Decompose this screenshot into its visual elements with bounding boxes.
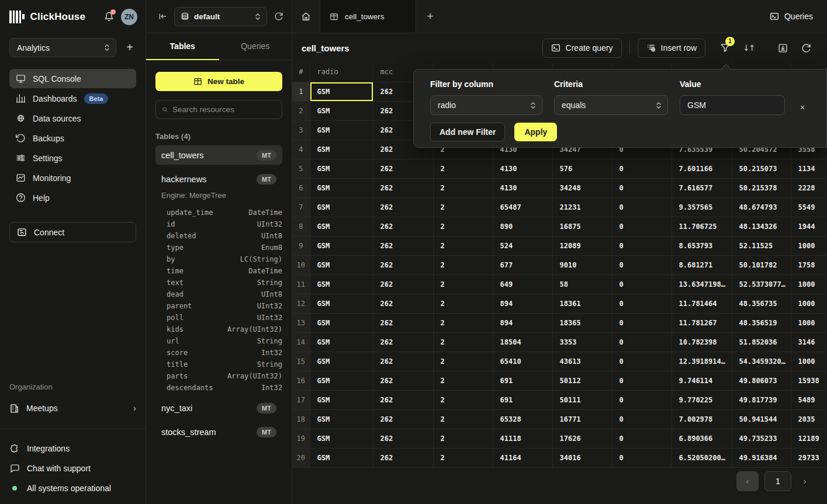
database-select[interactable]: default bbox=[174, 7, 267, 26]
grid-cell[interactable]: GSM bbox=[310, 352, 373, 371]
grid-cell[interactable]: 262 bbox=[373, 313, 433, 332]
grid-cell[interactable]: 0 bbox=[612, 448, 672, 467]
grid-cell[interactable]: 21231 bbox=[552, 197, 612, 217]
grid-cell[interactable]: GSM bbox=[310, 101, 373, 120]
grid-cell[interactable]: 7.616577 bbox=[672, 178, 732, 197]
grid-cell[interactable]: 2 bbox=[433, 274, 493, 294]
grid-cell[interactable]: 0 bbox=[612, 159, 672, 178]
grid-cell[interactable]: 262 bbox=[373, 178, 433, 197]
grid-cell[interactable]: 49.817739 bbox=[732, 390, 791, 409]
grid-cell[interactable]: 0 bbox=[612, 197, 672, 217]
grid-cell[interactable]: 262 bbox=[373, 255, 433, 274]
next-page-button[interactable]: › bbox=[797, 471, 812, 491]
grid-cell[interactable]: 0 bbox=[612, 178, 672, 197]
grid-cell[interactable]: 49.735233 bbox=[732, 429, 791, 448]
grid-cell[interactable]: 50.215073 bbox=[732, 159, 791, 178]
grid-cell[interactable]: 34248 bbox=[552, 178, 612, 197]
current-page[interactable]: 1 bbox=[764, 471, 791, 491]
home-tab[interactable] bbox=[292, 0, 320, 33]
table-item-cell-towers[interactable]: cell_towers MT bbox=[155, 145, 282, 165]
grid-cell[interactable]: 65410 bbox=[493, 352, 552, 371]
grid-cell[interactable]: 50.101782 bbox=[732, 255, 791, 274]
sidebar-item-settings[interactable]: Settings bbox=[9, 148, 136, 168]
prev-page-button[interactable]: ‹ bbox=[736, 471, 759, 491]
grid-cell[interactable]: 58 bbox=[552, 274, 612, 294]
grid-cell[interactable]: 18361 bbox=[552, 294, 612, 313]
grid-cell[interactable]: 262 bbox=[373, 448, 433, 467]
grid-cell[interactable]: 0 bbox=[612, 255, 672, 274]
grid-cell[interactable]: 12189 bbox=[791, 429, 827, 448]
grid-cell[interactable]: 2228 bbox=[791, 178, 827, 197]
sidebar-item-help[interactable]: Help bbox=[9, 188, 136, 207]
sidebar-item-chat-support[interactable]: Chat with support bbox=[9, 461, 136, 476]
grid-cell[interactable]: GSM bbox=[310, 178, 373, 197]
filter-column-select[interactable]: radio bbox=[430, 95, 542, 115]
grid-cell[interactable]: 5549 bbox=[791, 197, 827, 217]
grid-cell[interactable]: 890 bbox=[493, 217, 552, 236]
queries-button[interactable]: Queries bbox=[770, 12, 813, 21]
grid-cell[interactable]: 43613 bbox=[552, 352, 612, 371]
grid-cell[interactable]: GSM bbox=[310, 274, 373, 294]
grid-cell[interactable]: 1944 bbox=[791, 217, 827, 236]
grid-cell[interactable]: 2 bbox=[433, 390, 493, 409]
grid-cell[interactable]: 1000 bbox=[791, 352, 827, 371]
grid-cell[interactable]: 262 bbox=[373, 409, 433, 429]
row-number-header[interactable]: # bbox=[292, 62, 310, 82]
grid-cell[interactable]: 262 bbox=[373, 332, 433, 352]
grid-cell[interactable]: 2 bbox=[433, 159, 493, 178]
grid-cell[interactable]: GSM bbox=[310, 197, 373, 217]
grid-cell[interactable]: GSM bbox=[310, 120, 373, 140]
grid-cell[interactable]: 41118 bbox=[493, 429, 552, 448]
refresh-tables-button[interactable] bbox=[274, 12, 283, 21]
grid-cell[interactable]: 262 bbox=[373, 429, 433, 448]
grid-cell[interactable]: GSM bbox=[310, 236, 373, 255]
grid-cell[interactable]: GSM bbox=[310, 448, 373, 467]
grid-cell[interactable]: 262 bbox=[373, 159, 433, 178]
refresh-data-button[interactable] bbox=[794, 39, 818, 58]
grid-cell[interactable]: 0 bbox=[612, 217, 672, 236]
grid-cell[interactable]: 1758 bbox=[791, 255, 827, 274]
connect-button[interactable]: Connect bbox=[9, 222, 136, 242]
grid-cell[interactable]: 576 bbox=[552, 159, 612, 178]
grid-cell[interactable]: 0 bbox=[612, 294, 672, 313]
tab-queries[interactable]: Queries bbox=[219, 33, 292, 60]
grid-cell[interactable]: 50111 bbox=[552, 390, 612, 409]
grid-cell[interactable]: 262 bbox=[373, 197, 433, 217]
notifications-button[interactable] bbox=[101, 9, 116, 25]
grid-cell[interactable]: 1000 bbox=[791, 294, 827, 313]
grid-cell[interactable]: 10.782398 bbox=[672, 332, 732, 352]
grid-cell[interactable]: 11.781464 bbox=[672, 294, 732, 313]
grid-cell[interactable]: 262 bbox=[373, 274, 433, 294]
grid-cell[interactable]: 9010 bbox=[552, 255, 612, 274]
sidebar-item-sql-console[interactable]: SQL Console bbox=[9, 69, 136, 88]
grid-cell[interactable]: 2 bbox=[433, 429, 493, 448]
grid-cell[interactable]: 0 bbox=[612, 236, 672, 255]
add-workspace-button[interactable]: + bbox=[123, 41, 136, 54]
grid-cell[interactable]: 48.356519 bbox=[732, 313, 791, 332]
sidebar-item-dashboards[interactable]: Dashboards Beta bbox=[9, 89, 136, 108]
grid-cell[interactable]: 2 bbox=[433, 371, 493, 390]
download-button[interactable] bbox=[771, 39, 794, 58]
grid-cell[interactable]: 2035 bbox=[791, 409, 827, 429]
grid-cell[interactable]: 2 bbox=[433, 448, 493, 467]
grid-cell[interactable]: 52.5373077… bbox=[732, 274, 791, 294]
grid-cell[interactable]: 0 bbox=[612, 371, 672, 390]
grid-cell[interactable]: 11.706725 bbox=[672, 217, 732, 236]
grid-cell[interactable]: GSM bbox=[310, 409, 373, 429]
grid-cell[interactable]: GSM bbox=[310, 217, 373, 236]
grid-cell[interactable]: 41164 bbox=[493, 448, 552, 467]
avatar[interactable]: ZN bbox=[121, 9, 137, 25]
table-item-hackernews[interactable]: hackernews MT bbox=[155, 169, 282, 189]
grid-cell[interactable]: 4130 bbox=[493, 159, 552, 178]
grid-cell[interactable]: GSM bbox=[310, 371, 373, 390]
grid-cell[interactable]: 262 bbox=[373, 390, 433, 409]
add-new-filter-button[interactable]: Add new Filter bbox=[430, 123, 505, 141]
grid-cell[interactable]: 52.11525 bbox=[732, 236, 791, 255]
grid-cell[interactable]: 7.601166 bbox=[672, 159, 732, 178]
grid-cell[interactable]: 16771 bbox=[552, 409, 612, 429]
grid-cell[interactable]: 49.806073 bbox=[732, 371, 791, 390]
grid-cell[interactable]: 49.916384 bbox=[732, 448, 791, 467]
grid-cell[interactable]: 0 bbox=[612, 274, 672, 294]
grid-cell[interactable]: 12089 bbox=[552, 236, 612, 255]
grid-cell[interactable]: 16875 bbox=[552, 217, 612, 236]
